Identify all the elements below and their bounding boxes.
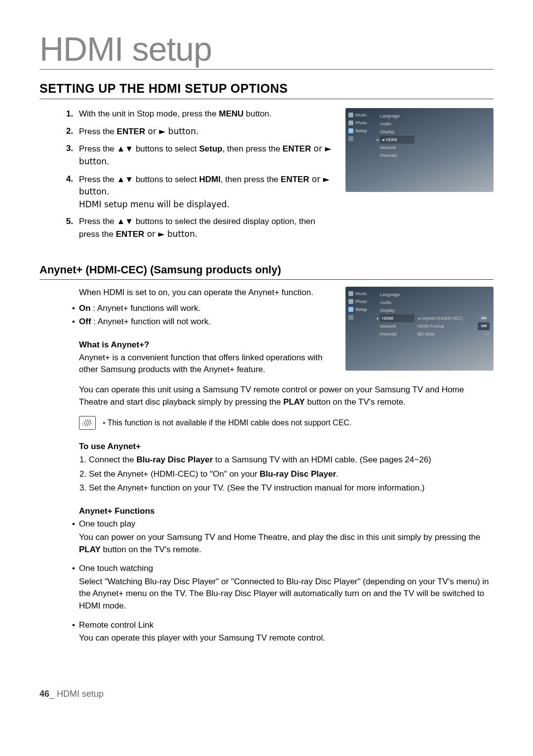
osd2-left-setup: Setup — [355, 307, 367, 312]
osd2-mid-hdmi: HDMI — [380, 314, 415, 322]
what-is-anynet-heading: What is Anynet+? — [39, 340, 336, 350]
page-title: HDMI setup — [39, 30, 494, 70]
step-1: 1. With the unit in Stop mode, press the… — [79, 108, 336, 120]
osd-mid-display: Display — [380, 128, 415, 136]
osd-mid-parental: Parental — [380, 151, 415, 159]
step-5: 5. Press the ▲▼ buttons to select the de… — [79, 216, 336, 240]
osd-left-photo: Photo — [355, 120, 367, 125]
note-text: This function is not available if the HD… — [103, 418, 351, 427]
to-use-anynet-heading: To use Anynet+ — [39, 442, 494, 452]
osd-mid-hdmi: ◂ HDMI — [380, 136, 415, 144]
osd2-bd-wise: BD WiseOn — [415, 330, 490, 338]
step-3: 3. Press the ▲▼ buttons to select Setup,… — [79, 143, 336, 168]
what-is-anynet-text: Anynet+ is a convenient function that of… — [39, 352, 336, 376]
osd2-left-photo: Photo — [355, 299, 367, 304]
to-use-anynet-steps: Connect the Blu-ray Disc Player to a Sam… — [39, 454, 494, 494]
step-4: 4. Press the ▲▼ buttons to select HDMI, … — [79, 173, 336, 211]
osd-mid-network: Network — [380, 144, 415, 151]
osd-mid-audio: Audio — [380, 120, 415, 128]
step-2: 2. Press the ENTER or ► button. — [79, 125, 336, 138]
osd-left-setup: Setup — [355, 128, 367, 133]
anynet-operate-para: You can operate this unit using a Samsun… — [39, 384, 494, 408]
anynet-functions: One touch play You can power on your Sam… — [39, 518, 494, 644]
setup-steps: 1. With the unit in Stop mode, press the… — [39, 108, 336, 241]
osd2-anynet-cec: Anynet+(HDMI-CEC)On — [415, 314, 490, 322]
anynet-functions-heading: Anynet+ Functions — [39, 506, 494, 516]
page-footer: 46_ HDMI setup — [39, 689, 494, 699]
anynet-on: On : Anynet+ functions will work. — [79, 302, 336, 315]
note-icon — [79, 416, 96, 430]
func-one-touch-watching: One touch watching Select "Watching Blu-… — [79, 563, 494, 612]
func-one-touch-play: One touch play You can power on your Sam… — [79, 518, 494, 556]
osd-screenshot-anynet: Music Photo Setup Language Audio Display… — [345, 287, 494, 371]
func-remote-control-link: Remote control Link You can operate this… — [79, 619, 494, 644]
note-row: This function is not available if the HD… — [39, 416, 494, 430]
osd2-hdmi-format: HDMI FormatOff — [415, 322, 490, 330]
osd2-left-music: Music — [355, 291, 367, 296]
anynet-heading: Anynet+ (HDMI-CEC) (Samsung products onl… — [39, 264, 494, 280]
osd-left-music: Music — [355, 113, 367, 117]
use-step-3: Set the Anynet+ function on your TV. (Se… — [89, 482, 494, 494]
use-step-2: Set the Anynet+ (HDMI-CEC) to "On" on yo… — [89, 468, 494, 481]
section-heading: SETTING UP THE HDMI SETUP OPTIONS — [39, 81, 494, 99]
osd-mid-language: Language — [380, 112, 415, 120]
use-step-1: Connect the Blu-ray Disc Player to a Sam… — [89, 454, 494, 466]
anynet-options: On : Anynet+ functions will work. Off : … — [39, 302, 336, 328]
anynet-off: Off : Anynet+ function will not work. — [79, 316, 336, 328]
anynet-intro: When HDMI is set to on, you can operate … — [39, 287, 336, 299]
osd-screenshot-hdmi: Music Photo Setup Language Audio Display… — [345, 108, 494, 192]
